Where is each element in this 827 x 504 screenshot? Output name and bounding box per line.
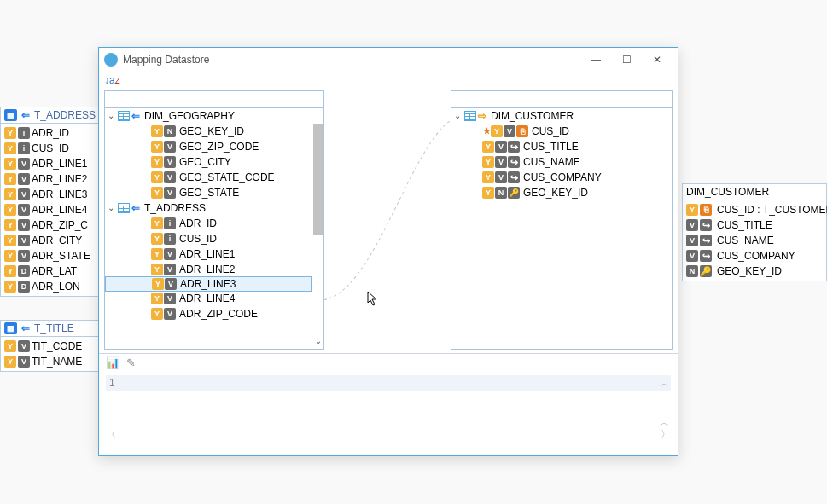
type-badge-icon: V xyxy=(686,250,698,262)
list-item[interactable]: N🔑GEO_KEY_ID xyxy=(683,264,826,279)
column-label: CUS_COMPANY xyxy=(713,248,795,264)
maximize-button[interactable]: ☐ xyxy=(611,49,642,70)
export-icon: ↪ xyxy=(700,250,712,262)
type-badge-icon: D xyxy=(18,265,30,277)
tree-column-node[interactable]: YVGEO_STATE_CODE xyxy=(105,170,323,185)
node-label: GEO_STATE_CODE xyxy=(176,170,275,185)
tree-column-node[interactable]: YVGEO_STATE xyxy=(105,185,323,200)
mouse-cursor-icon xyxy=(367,291,379,310)
type-badge-icon: V xyxy=(18,219,30,231)
filter-icon: Y xyxy=(151,125,163,137)
tree-column-node[interactable]: YVADR_LINE1 xyxy=(105,246,323,262)
type-badge-icon: ⎘ xyxy=(516,125,528,137)
tree-column-node[interactable]: YVGEO_ZIP_CODE xyxy=(105,139,323,154)
column-label: ADR_ZIP_C xyxy=(32,217,88,233)
filter-icon: Y xyxy=(151,248,163,260)
tree-column-node[interactable]: ★YV⎘CUS_ID xyxy=(451,124,672,139)
list-item[interactable]: YVTIT_NAME xyxy=(1,354,102,369)
bg-panel-dim-customer: DIM_CUSTOMER Y⎘CUS_ID : T_CUSTOMERV↪CUS_… xyxy=(682,183,827,281)
svg-rect-10 xyxy=(119,209,123,211)
list-item[interactable]: YVADR_LINE1 xyxy=(1,156,102,171)
list-item[interactable]: YVTIT_CODE xyxy=(1,339,102,354)
scroll-left-icon[interactable]: 〈 xyxy=(106,427,116,442)
list-item[interactable]: YVADR_LINE2 xyxy=(1,171,102,187)
chart-icon[interactable]: 📊 xyxy=(106,356,119,369)
scrollbar-thumb[interactable] xyxy=(313,124,323,235)
source-tree[interactable]: ⌄⇐DIM_GEOGRAPHYYNGEO_KEY_IDYVGEO_ZIP_COD… xyxy=(105,108,323,349)
list-item[interactable]: YVADR_ZIP_C xyxy=(1,217,102,233)
sort-az-icon[interactable]: ↓az xyxy=(104,74,120,86)
window-title: Mapping Datastore xyxy=(123,54,580,66)
filter-icon: Y xyxy=(482,141,494,153)
svg-rect-13 xyxy=(465,112,475,113)
tree-column-node[interactable]: YVADR_LINE2 xyxy=(105,262,323,277)
list-item[interactable]: YVADR_CITY xyxy=(1,233,102,248)
target-tree[interactable]: ⌄⇨DIM_CUSTOMER★YV⎘CUS_IDYV↪CUS_TITLEYV↪C… xyxy=(451,108,672,349)
filter-icon: Y xyxy=(4,204,16,216)
node-label: ADR_LINE4 xyxy=(176,291,235,306)
list-item[interactable]: YVADR_LINE4 xyxy=(1,202,102,217)
scroll-up-icon[interactable]: ︿ xyxy=(660,377,669,390)
tree-column-node[interactable]: YiCUS_ID xyxy=(105,231,323,246)
node-label: CUS_COMPANY xyxy=(520,170,602,185)
expression-line[interactable]: 1 xyxy=(106,375,671,391)
tree-column-node[interactable]: YVADR_LINE4 xyxy=(105,291,323,306)
list-item[interactable]: YDADR_LON xyxy=(1,279,102,294)
list-item[interactable]: YiCUS_ID xyxy=(1,141,102,156)
type-badge-icon: V xyxy=(164,141,176,153)
tree-column-node[interactable]: YiADR_ID xyxy=(105,216,323,231)
column-label: ADR_ID xyxy=(32,125,69,141)
filter-icon: Y xyxy=(686,204,698,216)
tree-table-node[interactable]: ⌄⇐DIM_GEOGRAPHY xyxy=(105,108,323,124)
type-badge-icon: V xyxy=(164,264,176,275)
minimize-button[interactable]: — xyxy=(580,49,611,70)
filter-icon: Y xyxy=(4,173,16,185)
list-item[interactable]: Y⎘CUS_ID : T_CUSTOMER xyxy=(683,202,826,217)
tree-column-node[interactable]: YVADR_LINE3 xyxy=(105,276,312,292)
caret-icon[interactable]: ⌄ xyxy=(105,200,117,216)
scroll-right-icon[interactable]: 〉 xyxy=(661,427,671,442)
tree-column-node[interactable]: YN🔑GEO_KEY_ID xyxy=(451,185,672,200)
type-badge-icon: V xyxy=(18,235,30,246)
bg-panel-t-address: ▦ ⇐ T_ADDRESS YiADR_IDYiCUS_IDYVADR_LINE… xyxy=(0,107,102,297)
tree-table-node[interactable]: ⌄⇨DIM_CUSTOMER xyxy=(451,108,672,124)
list-item[interactable]: V↪CUS_COMPANY xyxy=(683,248,826,264)
close-button[interactable]: ✕ xyxy=(642,49,673,70)
type-badge-icon: i xyxy=(18,127,30,139)
tree-column-node[interactable]: YNGEO_KEY_ID xyxy=(105,124,323,139)
list-item[interactable]: YiADR_ID xyxy=(1,125,102,141)
scroll-up-icon[interactable]: ︿ xyxy=(660,416,669,429)
scroll-down-icon[interactable]: ⌄ xyxy=(315,336,322,345)
tree-table-node[interactable]: ⌄⇐T_ADDRESS xyxy=(105,200,323,216)
mapping-datastore-dialog: Mapping Datastore — ☐ ✕ ↓az ⌄⇐DIM_GEOGRA… xyxy=(98,47,678,456)
tree-column-node[interactable]: YV↪CUS_TITLE xyxy=(451,139,672,154)
column-label: CUS_ID : T_CUSTOMER xyxy=(713,202,827,217)
column-label: ADR_LON xyxy=(32,279,80,294)
caret-icon[interactable]: ⌄ xyxy=(105,108,117,124)
mapping-canvas xyxy=(324,90,451,350)
source-pane: ⌄⇐DIM_GEOGRAPHYYNGEO_KEY_IDYVGEO_ZIP_COD… xyxy=(104,90,324,350)
tree-column-node[interactable]: YVADR_ZIP_CODE xyxy=(105,306,323,322)
type-badge-icon: V xyxy=(18,250,30,262)
filter-icon: Y xyxy=(482,156,494,168)
type-badge-icon: V xyxy=(504,125,515,137)
tree-column-node[interactable]: YVGEO_CITY xyxy=(105,154,323,170)
list-item[interactable]: V↪CUS_NAME xyxy=(683,233,826,248)
type-badge-icon: N xyxy=(495,187,507,199)
tree-column-node[interactable]: YV↪CUS_NAME xyxy=(451,154,672,170)
caret-icon[interactable]: ⌄ xyxy=(451,108,463,124)
edit-icon[interactable]: ✎ xyxy=(126,356,136,369)
type-badge-icon: i xyxy=(18,142,30,154)
list-item[interactable]: YVADR_STATE xyxy=(1,248,102,264)
titlebar[interactable]: Mapping Datastore — ☐ ✕ xyxy=(99,48,678,72)
list-item[interactable]: YVADR_LINE3 xyxy=(1,187,102,202)
list-item[interactable]: YDADR_LAT xyxy=(1,264,102,279)
node-label: ADR_ID xyxy=(176,216,217,231)
tree-column-node[interactable]: YV↪CUS_COMPANY xyxy=(451,170,672,185)
column-label: CUS_TITLE xyxy=(713,217,772,233)
type-badge-icon: D xyxy=(18,281,30,293)
list-item[interactable]: V↪CUS_TITLE xyxy=(683,217,826,233)
svg-rect-11 xyxy=(124,209,129,211)
type-badge-icon: V xyxy=(495,141,507,153)
node-label: ADR_LINE2 xyxy=(176,262,235,277)
